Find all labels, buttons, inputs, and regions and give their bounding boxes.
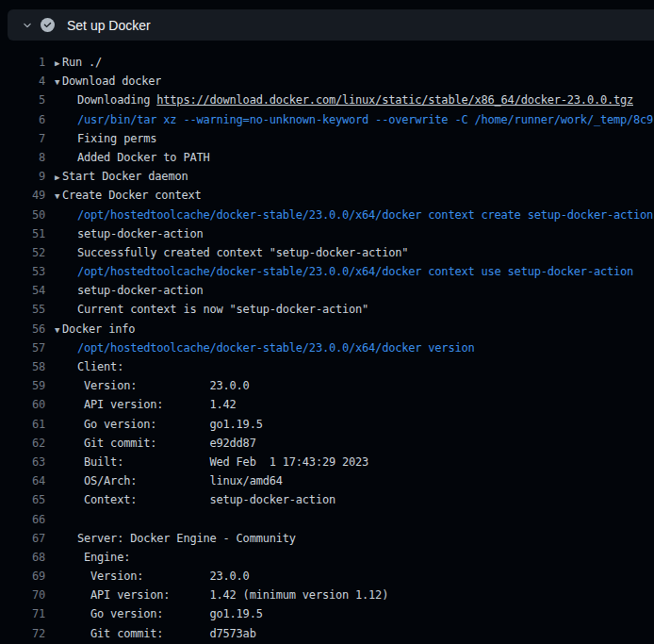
log-text: setup-docker-action [45,281,203,300]
actions-log-panel: Set up Docker 1▶Run ./4▼Download docker5… [0,0,654,644]
line-number[interactable]: 66 [0,510,45,529]
log-group-header[interactable]: ▼Docker info [45,320,135,339]
log-line: 50/opt/hostedtoolcache/docker-stable/23.… [0,206,654,224]
log-text: Server: Docker Engine - Community [45,529,296,548]
log-line: 58Client: [0,357,654,376]
line-number[interactable]: 63 [0,453,45,471]
triangle-expanded-icon[interactable]: ▼ [55,73,62,91]
line-number[interactable]: 70 [0,586,45,604]
log-line: 55Current context is now "setup-docker-a… [0,300,654,319]
log-group-header[interactable]: ▼Create Docker context [45,186,202,205]
line-number[interactable]: 62 [0,434,45,453]
log-line: 7Fixing perms [0,129,654,148]
log-text: Fixing perms [45,129,156,148]
group-title: Start Docker daemon [62,170,188,183]
log-text: Built: Wed Feb 1 17:43:29 2023 [45,453,368,471]
log-line: 51setup-docker-action [0,224,654,243]
log-text: Client: [45,357,123,376]
log-text: Git commit: d7573ab [45,624,256,643]
log-text: Git commit: e92dd87 [45,434,256,453]
log-line: 66 [0,510,654,529]
line-number[interactable]: 52 [0,243,45,262]
line-number[interactable]: 4 [0,72,45,91]
log-text: API version: 1.42 (minimum version 1.12) [45,586,388,604]
log-line: 62 Git commit: e92dd87 [0,434,654,453]
chevron-down-icon[interactable] [22,20,33,31]
step-title: Set up Docker [67,18,151,33]
log-line: 56▼Docker info [0,320,654,339]
line-number[interactable]: 54 [0,281,45,300]
log-command: /usr/bin/tar xz --warning=no-unknown-key… [45,110,654,129]
log-line: 60 API version: 1.42 [0,395,654,414]
log-text: Added Docker to PATH [45,148,210,167]
line-number[interactable]: 9 [0,167,45,186]
log-line: 61 Go version: go1.19.5 [0,415,654,434]
log-line: 71 Go version: go1.19.5 [0,604,654,623]
triangle-expanded-icon[interactable]: ▼ [55,321,62,339]
line-number[interactable]: 72 [0,624,45,643]
line-number[interactable]: 8 [0,148,45,167]
line-number[interactable]: 57 [0,339,45,357]
triangle-expanded-icon[interactable]: ▼ [55,187,62,205]
group-title: Download docker [62,74,161,88]
line-number[interactable]: 71 [0,604,45,623]
line-number[interactable]: 61 [0,415,45,434]
log-text: Go version: go1.19.5 [45,415,263,434]
log-text: Successfully created context "setup-dock… [45,243,408,262]
log-line: 59 Version: 23.0.0 [0,376,654,395]
step-header[interactable]: Set up Docker [8,9,654,41]
log-line: 8Added Docker to PATH [0,148,654,167]
log-line: 54setup-docker-action [0,281,654,300]
line-number[interactable]: 55 [0,300,45,319]
log-text: Go version: go1.19.5 [45,604,263,623]
log-group-header[interactable]: ▶Run ./ [45,53,102,72]
log-line: 6/usr/bin/tar xz --warning=no-unknown-ke… [0,110,654,129]
log-text: Engine: [45,548,130,567]
triangle-collapsed-icon[interactable]: ▶ [55,168,62,186]
line-number[interactable]: 50 [0,206,45,224]
line-number[interactable]: 1 [0,53,45,72]
log-command: /opt/hostedtoolcache/docker-stable/23.0.… [45,206,653,224]
line-number[interactable]: 65 [0,490,45,509]
check-circle-icon [41,18,55,32]
line-number[interactable]: 7 [0,129,45,148]
log-text: Version: 23.0.0 [45,376,250,395]
log-line: 70 API version: 1.42 (minimum version 1.… [0,586,654,604]
line-number[interactable]: 5 [0,91,45,109]
line-number[interactable]: 6 [0,110,45,129]
line-number[interactable]: 59 [0,376,45,395]
log-text: Context: setup-docker-action [45,490,335,509]
line-number[interactable]: 51 [0,224,45,243]
log-line: 67Server: Docker Engine - Community [0,529,654,548]
log-text: Downloading https://download.docker.com/… [45,91,633,109]
log-link[interactable]: https://download.docker.com/linux/static… [156,93,633,107]
log-text [45,510,77,529]
line-number[interactable]: 69 [0,567,45,586]
log-command: /opt/hostedtoolcache/docker-stable/23.0.… [45,339,474,357]
line-number[interactable]: 58 [0,357,45,376]
line-number[interactable]: 68 [0,548,45,567]
line-number[interactable]: 64 [0,471,45,490]
log-text-part: Downloading [77,93,156,107]
line-number[interactable]: 67 [0,529,45,548]
log-group-header[interactable]: ▼Download docker [45,72,161,91]
log-text: OS/Arch: linux/amd64 [45,471,283,490]
line-number[interactable]: 53 [0,262,45,281]
log-line: 1▶Run ./ [0,53,654,72]
log-line: 52Successfully created context "setup-do… [0,243,654,262]
line-number[interactable]: 56 [0,320,45,339]
log-line: 9▶Start Docker daemon [0,167,654,186]
log-group-header[interactable]: ▶Start Docker daemon [45,167,188,186]
triangle-collapsed-icon[interactable]: ▶ [55,54,62,72]
line-number[interactable]: 49 [0,186,45,205]
log-line: 65 Context: setup-docker-action [0,490,654,509]
line-number[interactable]: 60 [0,395,45,414]
log-line: 63 Built: Wed Feb 1 17:43:29 2023 [0,453,654,471]
log-line: 53/opt/hostedtoolcache/docker-stable/23.… [0,262,654,281]
log-command: /opt/hostedtoolcache/docker-stable/23.0.… [45,262,633,281]
log-text: API version: 1.42 [45,395,237,414]
log-line: 5Downloading https://download.docker.com… [0,91,654,109]
log-line: 57/opt/hostedtoolcache/docker-stable/23.… [0,339,654,357]
log-text: Version: 23.0.0 [45,567,250,586]
log-line: 72 Git commit: d7573ab [0,624,654,643]
